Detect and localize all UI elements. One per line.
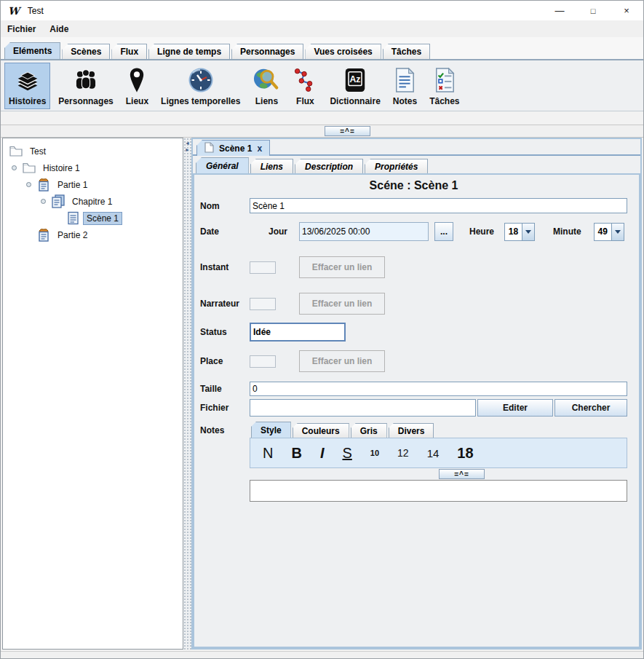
graph-nodes-icon xyxy=(293,66,317,94)
instant-field[interactable] xyxy=(250,261,276,274)
chapter-icon xyxy=(51,195,65,208)
tree-expander-icon[interactable] xyxy=(26,182,31,187)
books-stack-icon xyxy=(14,66,41,94)
toolbar-taches-button[interactable]: Tâches xyxy=(425,63,464,109)
heure-label: Heure xyxy=(469,226,494,237)
tab-scenes[interactable]: Scènes xyxy=(62,44,110,59)
notes-textarea[interactable] xyxy=(250,480,627,502)
tree-expander-icon[interactable] xyxy=(12,165,17,170)
chevron-down-icon[interactable] xyxy=(522,224,534,240)
splitter-collapse-left-icon[interactable]: ◄ xyxy=(185,141,190,146)
minute-select[interactable]: 49 xyxy=(594,223,624,241)
maximize-button[interactable]: □ xyxy=(576,1,610,20)
spacer xyxy=(1,37,643,42)
fichier-input[interactable] xyxy=(250,399,476,417)
toolbar-liens-button[interactable]: Liens xyxy=(248,63,285,109)
notes-tab-bar: Style Couleurs Gris Divers xyxy=(250,421,627,438)
date-label: Date xyxy=(200,226,250,237)
heure-select[interactable]: 18 xyxy=(504,223,535,241)
taille-input[interactable] xyxy=(250,382,627,396)
editor-tab-scene-1[interactable]: Scène 1 x xyxy=(196,140,270,156)
scene-general-form: Scéne : Scène 1 Nom Date Jour ... Heure … xyxy=(193,173,640,648)
globe-search-icon xyxy=(253,66,280,94)
notes-style-toolbar: N B I S 10 12 14 18 xyxy=(250,438,627,468)
tab-vues-croisees[interactable]: Vues croisées xyxy=(305,44,381,59)
font-size-10-button[interactable]: 10 xyxy=(370,449,379,457)
tab-description[interactable]: Description xyxy=(295,159,363,173)
place-clear-link-button[interactable]: Effacer un lien xyxy=(299,350,385,372)
toolbar-lignes-temporelles-button[interactable]: Lignes temporelles xyxy=(156,63,245,109)
style-underline-button[interactable]: S xyxy=(342,445,351,462)
notes-splitter-handle[interactable]: =^= xyxy=(439,469,485,479)
tree-item-test[interactable]: Test xyxy=(3,143,183,159)
main-tab-bar: Eléments Scènes Flux Ligne de temps Pers… xyxy=(1,42,643,59)
splitter-collapse-right-icon[interactable]: ► xyxy=(185,147,190,153)
tab-proprietes[interactable]: Propriétés xyxy=(365,159,428,173)
tab-general[interactable]: Général xyxy=(196,157,249,173)
toolbar-flux-button[interactable]: Flux xyxy=(288,63,322,109)
tab-liens[interactable]: Liens xyxy=(250,159,293,173)
tab-personnages[interactable]: Personnages xyxy=(231,44,303,59)
jour-input[interactable] xyxy=(299,222,429,241)
menu-aide[interactable]: Aide xyxy=(49,24,68,34)
toolbar-histoires-button[interactable]: Histoires xyxy=(4,63,50,109)
elements-toolbar: Histoires Personnages Lieux xyxy=(1,59,643,111)
tab-flux[interactable]: Flux xyxy=(111,44,147,59)
status-label: Status xyxy=(200,327,250,337)
toolbar-personnages-button[interactable]: Personnages xyxy=(54,63,117,109)
taille-label: Taille xyxy=(200,384,250,394)
toolbar-notes-button[interactable]: Notes xyxy=(389,63,421,109)
tab-elements[interactable]: Eléments xyxy=(4,42,60,59)
place-field[interactable] xyxy=(250,355,276,368)
part-icon xyxy=(36,229,51,242)
notes-tab-style[interactable]: Style xyxy=(251,422,291,438)
close-button[interactable]: × xyxy=(610,1,643,20)
menu-bar: Fichier Aide xyxy=(1,20,643,37)
tree-item-partie-1[interactable]: Partie 1 xyxy=(3,176,183,193)
style-italic-button[interactable]: I xyxy=(320,445,325,462)
status-field[interactable] xyxy=(250,323,346,342)
font-size-12-button[interactable]: 12 xyxy=(397,447,409,459)
tab-ligne-de-temps[interactable]: Ligne de temps xyxy=(148,44,230,59)
tree-item-histoire-1[interactable]: Histoire 1 xyxy=(3,159,183,176)
minimize-button[interactable]: — xyxy=(543,1,576,20)
folder-icon xyxy=(22,162,36,175)
instant-clear-link-button[interactable]: Effacer un lien xyxy=(299,256,385,278)
clock-icon xyxy=(188,66,214,94)
horizontal-splitter[interactable]: =^= xyxy=(1,125,643,138)
font-size-18-button[interactable]: 18 xyxy=(457,445,473,462)
title-bar: W Test — □ × xyxy=(1,1,643,20)
tree-item-scene-1[interactable]: Scène 1 xyxy=(3,210,183,226)
tree-item-chapitre-1[interactable]: Chapitre 1 xyxy=(3,193,183,210)
place-label: Place xyxy=(200,356,250,366)
splitter-collapse-handle[interactable]: =^= xyxy=(325,126,370,136)
narrateur-field[interactable] xyxy=(250,298,276,310)
map-pin-icon xyxy=(129,66,145,94)
minute-label: Minute xyxy=(553,226,581,237)
nom-input[interactable] xyxy=(250,198,627,213)
toolbar-lieux-button[interactable]: Lieux xyxy=(122,63,153,109)
date-browse-button[interactable]: ... xyxy=(434,222,453,241)
svg-text:Az: Az xyxy=(350,74,361,84)
tree-item-partie-2[interactable]: Partie 2 xyxy=(3,226,183,243)
vertical-splitter[interactable]: ◄ ► xyxy=(183,138,191,650)
tab-taches[interactable]: Tâches xyxy=(383,44,430,59)
tree-expander-icon[interactable] xyxy=(41,199,46,204)
toolbar-dictionnaire-button[interactable]: Az Dictionnaire xyxy=(325,63,384,109)
notes-tab-gris[interactable]: Gris xyxy=(351,423,387,438)
font-size-14-button[interactable]: 14 xyxy=(427,447,440,459)
notes-splitter[interactable]: =^= xyxy=(250,468,627,480)
tab-close-icon[interactable]: x xyxy=(257,143,262,154)
menu-fichier[interactable]: Fichier xyxy=(7,24,36,34)
style-bold-button[interactable]: B xyxy=(291,445,301,462)
jour-label: Jour xyxy=(269,226,299,237)
editer-button[interactable]: Editer xyxy=(477,399,553,417)
notes-tab-divers[interactable]: Divers xyxy=(389,423,434,438)
style-normal-button[interactable]: N xyxy=(263,445,273,462)
notes-tab-couleurs[interactable]: Couleurs xyxy=(293,423,349,438)
chevron-down-icon[interactable] xyxy=(611,224,624,240)
narrateur-clear-link-button[interactable]: Effacer un lien xyxy=(299,293,385,315)
chercher-button[interactable]: Chercher xyxy=(554,399,627,417)
nom-label: Nom xyxy=(200,201,250,211)
note-page-icon xyxy=(394,66,416,94)
